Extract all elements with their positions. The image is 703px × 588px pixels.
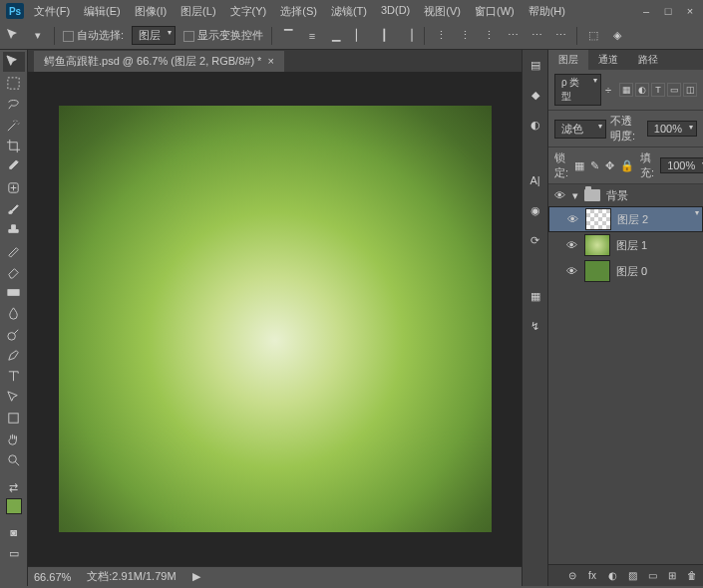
auto-select-checkbox[interactable]: 自动选择: xyxy=(63,28,124,43)
show-transform-checkbox[interactable]: 显示变换控件 xyxy=(183,28,263,43)
menu-edit[interactable]: 编辑(E) xyxy=(78,2,127,21)
panel-icon-styles[interactable]: ◆ xyxy=(527,86,544,104)
history-brush-tool[interactable] xyxy=(3,240,25,260)
close-button[interactable]: × xyxy=(683,4,697,18)
shape-tool[interactable] xyxy=(3,408,25,428)
menu-3d[interactable]: 3D(D) xyxy=(375,2,416,21)
eyedropper-tool[interactable] xyxy=(3,156,25,176)
distribute-hcenter-icon[interactable]: ⋯ xyxy=(528,28,544,44)
visibility-icon[interactable]: 👁 xyxy=(564,238,578,252)
align-hcenter-icon[interactable]: ┃ xyxy=(376,28,392,44)
panel-icon-info[interactable]: ▦ xyxy=(527,287,544,305)
blur-tool[interactable] xyxy=(3,303,25,323)
quickmask-icon[interactable]: ◙ xyxy=(3,522,25,542)
fill-value[interactable]: 100% xyxy=(660,157,703,173)
canvas[interactable] xyxy=(59,106,492,532)
zoom-level[interactable]: 66.67% xyxy=(34,571,71,583)
foreground-swatch[interactable] xyxy=(6,498,22,514)
align-bottom-icon[interactable]: ▁ xyxy=(328,28,344,44)
visibility-icon[interactable]: 👁 xyxy=(564,264,578,278)
distribute-left-icon[interactable]: ⋯ xyxy=(505,28,521,44)
distribute-top-icon[interactable]: ⋮ xyxy=(433,28,449,44)
menu-type[interactable]: 文字(Y) xyxy=(224,2,273,21)
align-left-icon[interactable]: ▏ xyxy=(352,28,368,44)
marquee-tool[interactable] xyxy=(3,73,25,93)
layer-row[interactable]: 👁 图层 1 xyxy=(548,232,703,258)
crop-tool[interactable] xyxy=(3,136,25,155)
document-tab[interactable]: 鳄鱼高跟鞋.psd @ 66.7% (图层 2, RGB/8#) * × xyxy=(34,51,284,72)
filter-kind-select[interactable]: ρ 类型 xyxy=(554,74,601,106)
minimize-button[interactable]: – xyxy=(639,4,653,18)
tab-paths[interactable]: 路径 xyxy=(628,50,668,70)
menu-image[interactable]: 图像(I) xyxy=(129,2,173,21)
doc-info[interactable]: 文档:2.91M/1.79M xyxy=(87,569,176,584)
canvas-viewport[interactable] xyxy=(28,72,522,566)
panel-icon-history[interactable]: ⟳ xyxy=(527,231,544,249)
dropdown-icon[interactable]: ▾ xyxy=(30,28,46,44)
menu-layer[interactable]: 图层(L) xyxy=(175,2,221,21)
wand-tool[interactable] xyxy=(3,115,25,135)
group-caret-icon[interactable]: ▾ xyxy=(572,189,578,202)
new-layer-icon[interactable]: ⊞ xyxy=(665,569,679,583)
3d-icons[interactable]: ◈ xyxy=(609,28,625,44)
filter-smart-icon[interactable]: ◫ xyxy=(683,83,697,97)
visibility-icon[interactable]: 👁 xyxy=(552,188,566,202)
gradient-tool[interactable] xyxy=(3,282,25,302)
layer-row[interactable]: 👁 图层 2 xyxy=(548,206,703,232)
screenmode-icon[interactable]: ▭ xyxy=(3,543,25,563)
3d-mode-icon[interactable]: ⬚ xyxy=(585,28,601,44)
filter-kind-arrow[interactable]: ÷ xyxy=(605,84,611,96)
menu-select[interactable]: 选择(S) xyxy=(274,2,323,21)
hand-tool[interactable] xyxy=(3,429,25,448)
filter-shape-icon[interactable]: ▭ xyxy=(667,83,681,97)
tab-layers[interactable]: 图层 xyxy=(548,50,588,70)
maximize-button[interactable]: □ xyxy=(661,4,675,18)
distribute-right-icon[interactable]: ⋯ xyxy=(552,28,568,44)
align-top-icon[interactable]: ▔ xyxy=(280,28,296,44)
layer-group[interactable]: 👁 ▾ 背景 xyxy=(548,184,703,206)
group-icon[interactable]: ▭ xyxy=(645,569,659,583)
blend-mode-select[interactable]: 滤色 xyxy=(554,120,606,139)
distribute-bottom-icon[interactable]: ⋮ xyxy=(481,28,497,44)
auto-select-target[interactable]: 图层 xyxy=(132,26,176,45)
adjustment-icon[interactable]: ▨ xyxy=(625,569,639,583)
menu-file[interactable]: 文件(F) xyxy=(28,2,76,21)
status-arrow-icon[interactable]: ▶ xyxy=(192,570,200,583)
menu-view[interactable]: 视图(V) xyxy=(418,2,467,21)
lock-pos-icon[interactable]: ✥ xyxy=(605,159,614,172)
link-layers-icon[interactable]: ⊝ xyxy=(565,569,579,583)
color-swap-icon[interactable]: ⇄ xyxy=(3,477,25,497)
align-vcenter-icon[interactable]: ≡ xyxy=(304,28,320,44)
delete-icon[interactable]: 🗑 xyxy=(685,569,699,583)
distribute-vcenter-icon[interactable]: ⋮ xyxy=(457,28,473,44)
panel-icon-color[interactable]: ◉ xyxy=(527,201,544,219)
layer-row[interactable]: 👁 图层 0 xyxy=(548,258,703,284)
align-right-icon[interactable]: ▕ xyxy=(400,28,416,44)
mask-icon[interactable]: ◐ xyxy=(605,569,619,583)
menu-help[interactable]: 帮助(H) xyxy=(523,2,571,21)
path-tool[interactable] xyxy=(3,387,25,407)
lasso-tool[interactable] xyxy=(3,94,25,114)
menu-filter[interactable]: 滤镜(T) xyxy=(325,2,373,21)
type-tool[interactable] xyxy=(3,366,25,386)
move-tool[interactable] xyxy=(3,52,25,72)
eraser-tool[interactable] xyxy=(3,261,25,281)
filter-type-icon[interactable]: T xyxy=(651,83,665,97)
lock-pixel-icon[interactable]: ✎ xyxy=(590,159,599,172)
heal-tool[interactable] xyxy=(3,177,25,197)
stamp-tool[interactable] xyxy=(3,219,25,239)
filter-pixel-icon[interactable]: ▦ xyxy=(619,83,633,97)
brush-tool[interactable] xyxy=(3,198,25,218)
zoom-tool[interactable] xyxy=(3,449,25,469)
filter-adjust-icon[interactable]: ◐ xyxy=(635,83,649,97)
dodge-tool[interactable] xyxy=(3,324,25,344)
fx-icon[interactable]: fx xyxy=(585,569,599,583)
menu-window[interactable]: 窗口(W) xyxy=(469,2,521,21)
tab-channels[interactable]: 通道 xyxy=(588,50,628,70)
pen-tool[interactable] xyxy=(3,345,25,365)
lock-trans-icon[interactable]: ▦ xyxy=(574,159,584,172)
panel-icon-adjust[interactable]: ◐ xyxy=(527,116,544,134)
visibility-icon[interactable]: 👁 xyxy=(565,212,579,226)
opacity-value[interactable]: 100% xyxy=(647,121,697,137)
document-tab-close[interactable]: × xyxy=(267,55,273,67)
